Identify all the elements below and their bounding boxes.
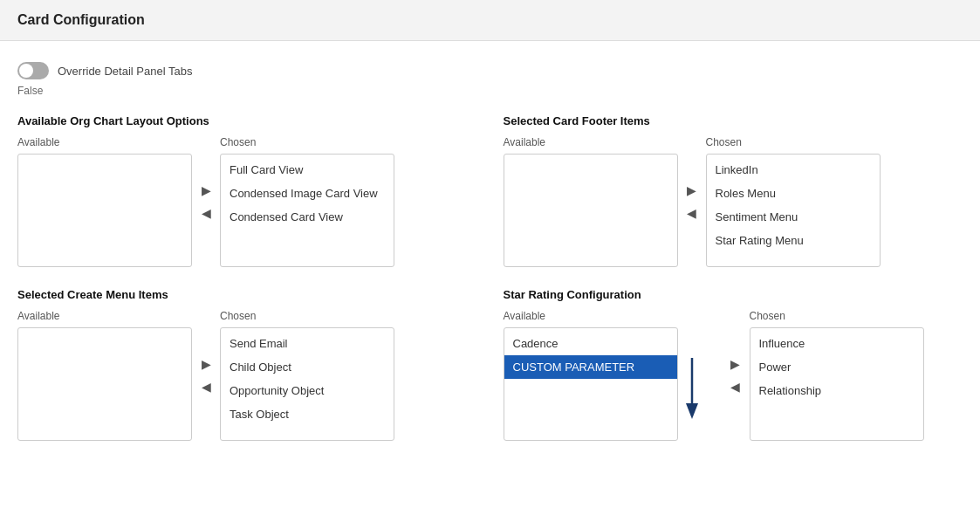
card-footer-chosen-group: Chosen LinkedIn Roles Menu Sentiment Men…	[706, 136, 881, 267]
card-footer-move-left-btn[interactable]: ◀	[683, 204, 701, 222]
card-footer-arrows: ▶ ◀	[683, 182, 701, 222]
list-item[interactable]: Task Object	[221, 402, 394, 426]
list-item[interactable]: Send Email	[221, 332, 394, 355]
org-chart-chosen-label: Chosen	[220, 136, 394, 148]
list-item[interactable]: Sentiment Menu	[707, 205, 880, 229]
star-rating-move-right-btn[interactable]: ▶	[727, 355, 744, 373]
create-menu-arrows: ▶ ◀	[197, 355, 215, 395]
card-footer-title: Selected Card Footer Items	[504, 114, 963, 127]
content-area: Override Detail Panel Tabs False Availab…	[0, 41, 980, 462]
org-chart-available-label: Available	[17, 136, 192, 148]
star-rating-arrows: ▶ ◀	[727, 355, 744, 395]
star-rating-title: Star Rating Configuration	[504, 288, 963, 301]
list-item[interactable]: Influence	[750, 332, 923, 355]
star-rating-move-left-btn[interactable]: ◀	[727, 378, 744, 395]
toggle-label: Override Detail Panel Tabs	[58, 65, 192, 78]
org-chart-arrows: ▶ ◀	[197, 182, 215, 222]
card-footer-move-right-btn[interactable]: ▶	[683, 182, 701, 199]
org-chart-available-list[interactable]	[17, 154, 192, 267]
org-chart-chosen-list[interactable]: Full Card View Condensed Image Card View…	[220, 154, 394, 267]
create-menu-available-label: Available	[17, 310, 192, 322]
card-footer-dual-list: Available ▶ ◀ Chosen LinkedIn Roles Menu…	[504, 136, 963, 267]
card-footer-chosen-label: Chosen	[706, 136, 881, 148]
star-rating-available-list[interactable]: Cadence CUSTOM PARAMETER	[504, 327, 678, 441]
org-chart-title: Available Org Chart Layout Options	[17, 114, 477, 127]
card-footer-available-label: Available	[504, 136, 678, 148]
card-footer-section: Selected Card Footer Items Available ▶ ◀…	[504, 114, 963, 267]
list-item[interactable]: Relationship	[750, 379, 923, 402]
create-menu-chosen-group: Chosen Send Email Child Object Opportuni…	[220, 310, 394, 441]
create-menu-dual-list: Available ▶ ◀ Chosen Send Email Child Ob…	[17, 310, 477, 441]
list-item[interactable]: Child Object	[221, 355, 394, 379]
list-item[interactable]: Full Card View	[221, 158, 394, 182]
list-item[interactable]: Power	[750, 355, 923, 379]
page-container: Card Configuration Override Detail Panel…	[0, 0, 980, 462]
list-item[interactable]: Opportunity Object	[221, 379, 394, 402]
create-menu-section: Selected Create Menu Items Available ▶ ◀…	[17, 288, 477, 441]
create-menu-available-group: Available	[17, 310, 192, 441]
list-item[interactable]: Condensed Card View	[221, 205, 394, 229]
svg-marker-1	[686, 403, 698, 419]
star-rating-section: Star Rating Configuration Available Cade…	[504, 288, 963, 441]
list-item[interactable]: Roles Menu	[707, 182, 880, 205]
toggle-state: False	[17, 85, 963, 97]
org-chart-dual-list: Available ▶ ◀ Chosen Full Card View Cond…	[17, 136, 477, 267]
star-rating-available-label: Available	[504, 310, 678, 322]
org-chart-chosen-group: Chosen Full Card View Condensed Image Ca…	[220, 136, 394, 267]
list-item[interactable]: Star Rating Menu	[707, 229, 880, 252]
org-chart-move-left-btn[interactable]: ◀	[197, 204, 215, 222]
create-menu-move-left-btn[interactable]: ◀	[197, 378, 215, 395]
card-footer-available-group: Available	[504, 136, 678, 267]
create-menu-title: Selected Create Menu Items	[17, 288, 477, 301]
list-item-custom-parameter[interactable]: CUSTOM PARAMETER	[504, 355, 677, 379]
card-footer-chosen-list[interactable]: LinkedIn Roles Menu Sentiment Menu Star …	[706, 154, 881, 267]
page-title: Card Configuration	[17, 12, 963, 28]
star-rating-available-group: Available Cadence CUSTOM PARAMETER	[504, 310, 678, 441]
card-footer-available-list[interactable]	[504, 154, 678, 267]
org-chart-move-right-btn[interactable]: ▶	[197, 182, 215, 199]
bottom-sections-row: Selected Create Menu Items Available ▶ ◀…	[17, 288, 963, 441]
top-sections-row: Available Org Chart Layout Options Avail…	[17, 114, 963, 267]
org-chart-section: Available Org Chart Layout Options Avail…	[17, 114, 477, 267]
list-item[interactable]: Cadence	[504, 332, 677, 355]
create-menu-available-list[interactable]	[17, 327, 192, 441]
create-menu-chosen-list[interactable]: Send Email Child Object Opportunity Obje…	[220, 327, 394, 441]
create-menu-move-right-btn[interactable]: ▶	[197, 355, 215, 373]
list-item[interactable]: LinkedIn	[707, 158, 880, 182]
star-rating-chosen-label: Chosen	[750, 310, 924, 322]
star-rating-chosen-group: Chosen Influence Power Relationship	[750, 310, 924, 441]
star-rating-dual-list: Available Cadence CUSTOM PARAMETER	[504, 310, 963, 441]
org-chart-available-group: Available	[17, 136, 192, 267]
star-rating-chosen-list[interactable]: Influence Power Relationship	[750, 327, 924, 441]
override-tabs-toggle[interactable]	[17, 62, 49, 79]
page-header: Card Configuration	[0, 0, 980, 41]
drag-arrow-indicator	[675, 358, 709, 428]
create-menu-chosen-label: Chosen	[220, 310, 394, 322]
list-item[interactable]: Condensed Image Card View	[221, 182, 394, 205]
toggle-knob	[19, 64, 33, 78]
toggle-row: Override Detail Panel Tabs	[17, 62, 963, 79]
